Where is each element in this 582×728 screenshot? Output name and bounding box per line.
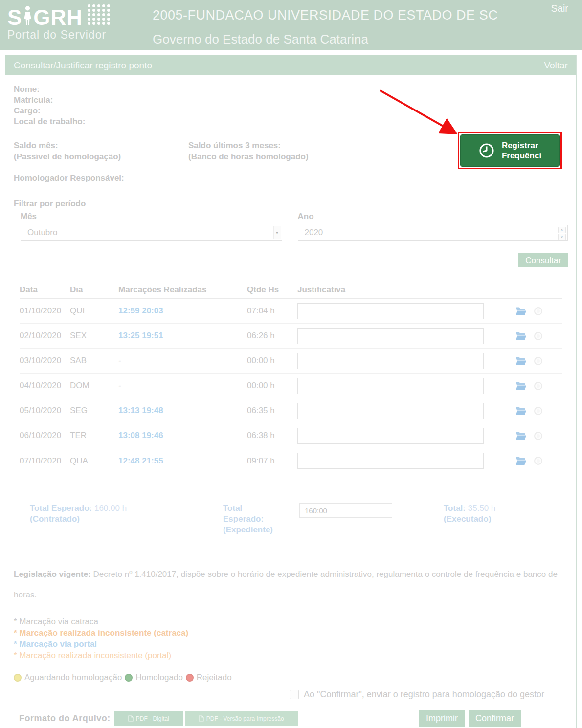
- homologation-status-radio[interactable]: [534, 307, 542, 315]
- row-marcacoes: 13:08 19:46: [118, 431, 247, 441]
- row-qtde: 06:35 h: [247, 406, 297, 416]
- aguardando-label: Aguardando homologação: [24, 673, 122, 683]
- homologation-status-radio[interactable]: [534, 457, 542, 465]
- homologation-status-radio[interactable]: [534, 357, 542, 365]
- app-header: S GRH Portal: [0, 0, 582, 50]
- row-marcacoes: -: [118, 381, 247, 391]
- justificativa-input[interactable]: [297, 378, 484, 394]
- imprimir-button[interactable]: Imprimir: [419, 710, 465, 727]
- folder-icon[interactable]: [515, 307, 527, 315]
- local-trabalho-label: Local de trabalho:: [14, 116, 568, 127]
- logo-subtitle: Portal do Servidor: [7, 28, 111, 42]
- row-date: 03/10/2020: [20, 356, 70, 366]
- justificativa-input[interactable]: [297, 428, 484, 444]
- mes-label: Mês: [21, 212, 282, 221]
- folder-icon[interactable]: [515, 407, 527, 415]
- cargo-label: Cargo:: [14, 106, 568, 116]
- rejeitado-status-icon: [186, 674, 194, 682]
- pdf-file-icon: [128, 715, 134, 722]
- justificativa-input[interactable]: [297, 453, 484, 469]
- spinner-up-icon[interactable]: ∧: [558, 227, 566, 233]
- expediente-label-l1: Total: [223, 503, 299, 514]
- consultar-button[interactable]: Consultar: [518, 253, 568, 267]
- confirm-checkbox[interactable]: [290, 690, 299, 699]
- status-legend: Aguardando homologação Homologado Rejeit…: [14, 673, 568, 683]
- formato-arquivo-label: Formato do Arquivo:: [19, 713, 111, 724]
- register-frequency-highlight: Registrar Frequênci: [458, 132, 562, 169]
- clock-icon: [478, 142, 495, 159]
- logout-link[interactable]: Sair: [551, 3, 568, 14]
- ano-label: Ano: [298, 212, 568, 221]
- row-qtde: 00:00 h: [247, 381, 297, 391]
- table-row: 04/10/2020 DOM - 00:00 h: [20, 374, 562, 398]
- spinner-down-icon[interactable]: ∨: [558, 234, 566, 240]
- justificativa-input[interactable]: [297, 353, 484, 369]
- table-row: 05/10/2020 SEG 13:13 19:48 06:35 h: [20, 398, 562, 423]
- employee-info: Nome: Matrícula: Cargo: Local de trabalh…: [14, 84, 568, 127]
- homologation-status-radio[interactable]: [534, 432, 542, 440]
- row-marcacoes: 12:59 20:03: [118, 306, 247, 316]
- ano-spinner[interactable]: ∧ ∨: [558, 227, 566, 239]
- logo-text-grh: GRH: [33, 7, 83, 28]
- justificativa-input[interactable]: [297, 328, 484, 344]
- folder-icon[interactable]: [515, 357, 527, 365]
- filter-row: Mês Outubro ▾ Ano ∧ ∨: [14, 212, 568, 241]
- folder-icon[interactable]: [515, 382, 527, 390]
- row-day: SAB: [70, 356, 118, 366]
- table-row: 02/10/2020 SEX 13:25 19:51 06:26 h: [20, 324, 562, 349]
- legislacao-text: Decreto nº 1.410/2017, dispõe sobre o ho…: [14, 570, 558, 599]
- col-qtde: Qtde Hs: [247, 285, 297, 295]
- confirmar-button[interactable]: Confirmar: [469, 710, 521, 727]
- row-day: QUI: [70, 306, 118, 316]
- legal-divider: [14, 560, 568, 560]
- col-dia: Dia: [70, 285, 118, 295]
- pdf-print-label: PDF - Versão para Impressão: [206, 715, 284, 722]
- homologation-status-radio[interactable]: [534, 407, 542, 415]
- homologado-status-icon: [125, 674, 133, 682]
- table-divider: [20, 493, 562, 493]
- row-day: TER: [70, 431, 118, 441]
- legend-portal: * Marcação via portal: [14, 639, 568, 650]
- folder-icon[interactable]: [515, 457, 527, 465]
- expediente-input[interactable]: [299, 503, 392, 518]
- org-name: 2005-FUNDACAO UNIVERSIDADE DO ESTADO DE …: [153, 8, 498, 23]
- table-row: 06/10/2020 TER 13:08 19:46 06:38 h: [20, 423, 562, 448]
- executado-sublabel: (Executado): [444, 514, 495, 525]
- saldo-3meses-label: Saldo últimos 3 meses:: [188, 140, 363, 151]
- ano-input[interactable]: [305, 228, 515, 238]
- register-button-line1: Registrar: [502, 140, 541, 151]
- pdf-print-button[interactable]: PDF - Versão para Impressão: [185, 711, 298, 726]
- register-frequency-button[interactable]: Registrar Frequênci: [460, 134, 560, 167]
- sigrh-logo: S GRH Portal: [7, 4, 111, 42]
- table-row: 01/10/2020 QUI 12:59 20:03 07:04 h: [20, 299, 562, 324]
- row-qtde: 09:07 h: [247, 456, 297, 466]
- col-marcacoes: Marcações Realizadas: [118, 285, 247, 295]
- folder-icon[interactable]: [515, 332, 527, 340]
- pdf-digital-button[interactable]: PDF - Digital: [114, 711, 183, 726]
- justificativa-input[interactable]: [297, 303, 484, 319]
- row-marcacoes: -: [118, 356, 247, 366]
- matricula-label: Matrícula:: [14, 95, 568, 106]
- total-esperado-label: Total Esperado:: [30, 504, 92, 513]
- register-button-line2: Frequênci: [502, 151, 541, 161]
- totals-section: Total Esperado: 160:00 h (Contratado) To…: [30, 503, 562, 535]
- homologado-label: Homologado: [135, 673, 182, 683]
- mes-select[interactable]: Outubro ▾: [21, 225, 282, 241]
- homologation-status-radio[interactable]: [534, 332, 542, 340]
- saldo-mes-label: Saldo mês:: [14, 140, 188, 151]
- mes-selected-value: Outubro: [27, 228, 57, 238]
- col-justificativa: Justificativa: [297, 285, 484, 295]
- homologation-status-radio[interactable]: [534, 382, 542, 390]
- folder-icon[interactable]: [515, 432, 527, 440]
- legislacao-paragraph: Legislação vigente: Decreto nº 1.410/201…: [14, 564, 568, 605]
- ano-field: ∧ ∨: [298, 225, 568, 241]
- table-row: 07/10/2020 QUA 12:48 21:55 09:07 h: [20, 448, 562, 473]
- expediente-label-l2: Esperado:: [223, 514, 299, 525]
- justificativa-input[interactable]: [297, 403, 484, 419]
- row-day: SEG: [70, 406, 118, 416]
- dots-grid-icon: [87, 4, 111, 27]
- row-date: 02/10/2020: [20, 331, 70, 341]
- row-date: 01/10/2020: [20, 306, 70, 316]
- row-qtde: 06:26 h: [247, 331, 297, 341]
- back-link[interactable]: Voltar: [544, 60, 568, 71]
